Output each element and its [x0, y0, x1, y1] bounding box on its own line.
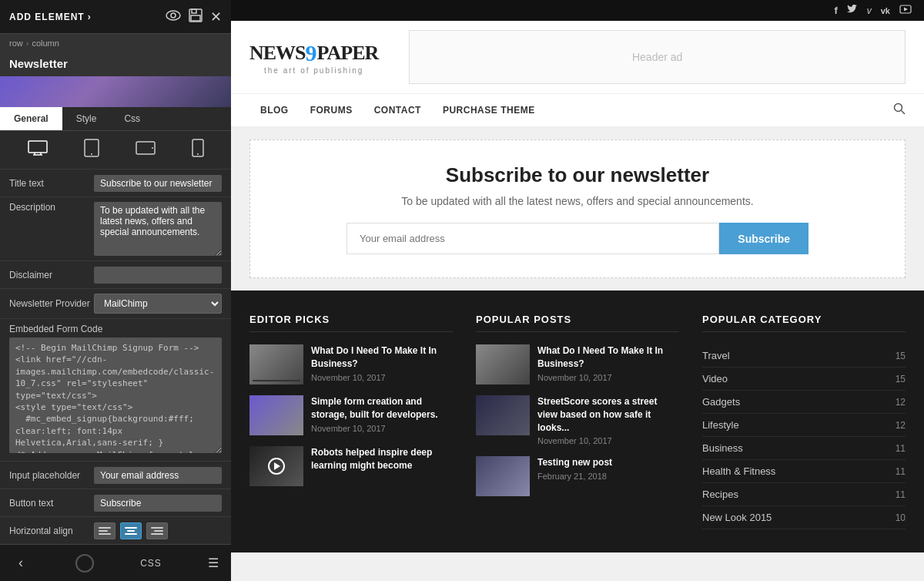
post-title: What Do I Need To Make It In Business?	[311, 344, 453, 371]
post-title: Robots helped inspire deep learning migh…	[311, 446, 453, 472]
embedded-textarea[interactable]: <!-- Begin MailChimp Signup Form --> <li…	[9, 338, 222, 453]
editor-picks-col: EDITOR PICKS What Do I Need To Make It I…	[249, 314, 453, 529]
list-item: Lifestyle12	[702, 414, 906, 437]
list-item: Robots helped inspire deep learning migh…	[249, 446, 453, 486]
element-title: Newsletter	[0, 52, 231, 76]
logo-area: NEWS 9 PAPER the art of publishing	[249, 40, 378, 75]
dark-section: EDITOR PICKS What Do I Need To Make It I…	[231, 290, 924, 552]
category-count: 15	[896, 351, 906, 361]
top-social-bar: f v vk	[231, 0, 924, 21]
disclaimer-input[interactable]	[94, 267, 222, 284]
category-name: Health & Fitness	[702, 465, 775, 477]
list-item: Simple form creation and storage, built …	[249, 395, 453, 435]
list-item: Business11	[702, 437, 906, 460]
eye-icon[interactable]	[166, 10, 181, 24]
category-name: Travel	[702, 350, 730, 361]
list-item: What Do I Need To Make It In Business? N…	[476, 344, 679, 385]
logo-news: NEWS	[249, 42, 306, 65]
tab-style[interactable]: Style	[62, 107, 111, 130]
play-icon	[268, 458, 285, 475]
newsletter-section: Subscribe to our newsletter To be update…	[249, 139, 906, 278]
disclaimer-label: Disclaimer	[9, 270, 94, 280]
left-panel: ADD ELEMENT › ✕	[0, 0, 231, 581]
vk-icon[interactable]: vk	[881, 6, 890, 15]
circle-button[interactable]	[75, 554, 94, 573]
align-right-button[interactable]	[146, 522, 168, 539]
newsletter-description: To be updated with all the latest news, …	[296, 195, 859, 207]
tab-css[interactable]: Css	[110, 107, 154, 130]
list-item: New Look 201510	[702, 506, 906, 529]
tab-general[interactable]: General	[0, 107, 62, 130]
svg-rect-3	[192, 9, 196, 13]
button-text-label: Button text	[9, 498, 94, 509]
site-header: NEWS 9 PAPER the art of publishing Heade…	[231, 21, 924, 94]
thumbnail	[249, 446, 303, 486]
header-ad: Header ad	[409, 30, 906, 84]
svg-rect-4	[191, 15, 200, 21]
nav-purchase[interactable]: PURCHASE THEME	[432, 94, 546, 126]
youtube-icon[interactable]	[899, 5, 912, 16]
description-textarea[interactable]: To be updated with all the latest news, …	[94, 202, 222, 256]
category-name: Video	[702, 373, 728, 385]
popular-category-title: POPULAR CATEGORY	[702, 314, 906, 332]
mobile-landscape-icon[interactable]	[136, 141, 156, 159]
twitter-icon[interactable]	[847, 5, 858, 16]
post-date: November 10, 2017	[537, 436, 679, 445]
css-button[interactable]: CSS	[140, 558, 162, 569]
thumbnail	[249, 344, 303, 385]
svg-rect-5	[28, 141, 47, 153]
input-placeholder-input[interactable]	[94, 467, 222, 484]
back-button[interactable]: ‹	[12, 552, 29, 574]
align-center-button[interactable]	[120, 522, 142, 539]
title-text-input[interactable]	[94, 175, 222, 192]
add-element-button[interactable]: ADD ELEMENT ›	[9, 12, 92, 22]
nav-forums[interactable]: FORUMS	[300, 94, 363, 126]
thumbnail	[249, 395, 303, 435]
provider-row: Newsletter Provider MailChimp AWeber Get…	[0, 289, 231, 319]
align-left-button[interactable]	[94, 522, 116, 539]
facebook-icon[interactable]: f	[834, 5, 837, 16]
post-title: StreetScore scores a street view based o…	[537, 395, 679, 434]
popular-category-col: POPULAR CATEGORY Travel15Video15Gadgets1…	[702, 314, 906, 529]
nav-links: BLOG FORUMS CONTACT PURCHASE THEME	[249, 94, 546, 126]
list-item: Gadgets12	[702, 391, 906, 414]
thumbnail	[476, 395, 530, 435]
svg-point-1	[171, 13, 176, 18]
description-label: Description	[9, 202, 94, 213]
newsletter-title: Subscribe to our newsletter	[296, 163, 859, 187]
tabs-row: General Style Css	[0, 107, 231, 131]
embedded-label: Embedded Form Code	[9, 324, 102, 334]
newsletter-subscribe-button[interactable]: Subscribe	[719, 223, 808, 254]
provider-select[interactable]: MailChimp AWeber GetResponse	[94, 294, 222, 314]
embedded-code-row: Embedded Form Code <!-- Begin MailChimp …	[0, 319, 231, 462]
mobile-portrait-icon[interactable]	[192, 139, 204, 161]
search-icon[interactable]	[893, 102, 906, 118]
align-icons	[94, 522, 168, 539]
category-count: 12	[896, 397, 906, 408]
nav-contact[interactable]: CONTACT	[363, 94, 432, 126]
list-item: Travel15	[702, 344, 906, 368]
category-name: New Look 2015	[702, 512, 772, 523]
device-row	[0, 131, 231, 170]
popular-posts-title: POPULAR POSTS	[476, 314, 679, 332]
newsletter-email-input[interactable]	[346, 223, 719, 254]
vimeo-icon[interactable]: v	[867, 5, 872, 16]
nav-blog[interactable]: BLOG	[249, 94, 300, 126]
post-date: November 10, 2017	[311, 373, 453, 382]
provider-label: Newsletter Provider	[9, 298, 94, 309]
button-text-input[interactable]	[94, 495, 222, 512]
category-count: 11	[896, 443, 906, 454]
post-date: November 10, 2017	[537, 373, 679, 382]
title-text-label: Title text	[9, 178, 94, 189]
post-title: Testing new post	[537, 456, 612, 469]
svg-marker-16	[904, 8, 908, 12]
panel-header: ADD ELEMENT › ✕	[0, 0, 231, 34]
svg-point-12	[152, 147, 153, 149]
tablet-icon[interactable]	[84, 139, 99, 161]
category-name: Gadgets	[702, 396, 740, 408]
close-icon[interactable]: ✕	[210, 8, 222, 25]
layout-button[interactable]: ☰	[208, 556, 219, 570]
description-row: Description To be updated with all the l…	[0, 197, 231, 261]
save-icon[interactable]	[189, 8, 203, 25]
desktop-icon[interactable]	[28, 140, 48, 160]
